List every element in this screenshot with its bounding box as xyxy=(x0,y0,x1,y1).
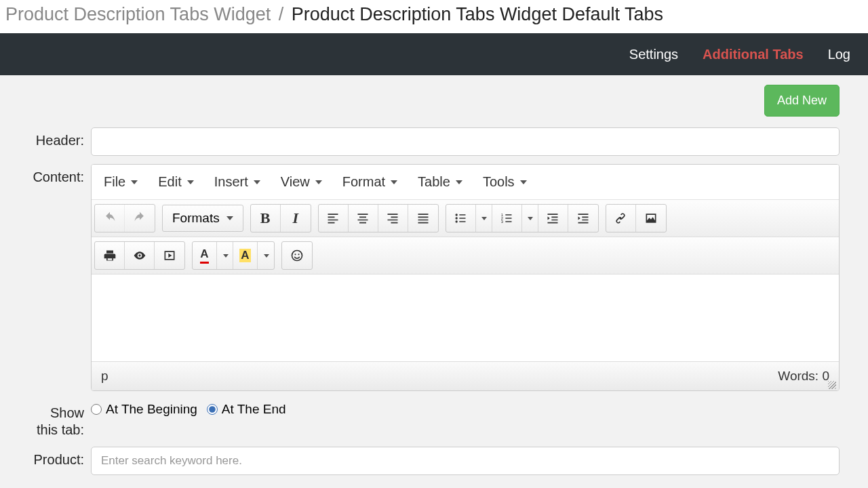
undo-button[interactable] xyxy=(95,205,125,232)
chevron-down-icon xyxy=(456,180,462,184)
radio-end-label: At The End xyxy=(222,402,286,417)
menu-edit-label: Edit xyxy=(158,174,181,190)
align-right-button[interactable] xyxy=(378,205,408,232)
chevron-down-icon xyxy=(254,180,260,184)
indent-icon xyxy=(576,211,590,225)
nav-settings[interactable]: Settings xyxy=(629,47,678,62)
formats-dropdown[interactable]: Formats xyxy=(162,205,243,232)
show-tab-label: Show this tab: xyxy=(4,399,91,439)
menu-edit[interactable]: Edit xyxy=(151,171,200,192)
svg-point-8 xyxy=(298,253,299,255)
outdent-button[interactable] xyxy=(538,205,568,232)
numbered-list-dropdown[interactable] xyxy=(522,205,538,232)
text-color-dropdown[interactable] xyxy=(217,242,233,269)
menu-table[interactable]: Table xyxy=(411,171,469,192)
formats-label: Formats xyxy=(172,211,220,226)
bold-button[interactable]: B xyxy=(251,205,281,232)
image-button[interactable] xyxy=(636,205,666,232)
chevron-down-icon xyxy=(481,217,487,220)
chevron-down-icon xyxy=(223,254,229,258)
menu-tools-label: Tools xyxy=(483,174,515,190)
rich-text-editor: File Edit Insert View Format Table Tools… xyxy=(91,164,840,391)
editor-statusbar: p Words: 0 xyxy=(92,361,839,390)
align-center-button[interactable] xyxy=(349,205,378,232)
eye-icon xyxy=(133,249,146,262)
undo-icon xyxy=(103,211,117,225)
align-right-icon xyxy=(386,211,399,225)
editor-path[interactable]: p xyxy=(101,369,108,384)
outdent-icon xyxy=(546,211,559,225)
editor-toolbar-1: Formats B I 123 xyxy=(92,200,839,237)
breadcrumb-current: Product Description Tabs Widget Default … xyxy=(292,4,663,24)
svg-text:3: 3 xyxy=(501,220,503,224)
menu-format-label: Format xyxy=(342,174,385,190)
chevron-down-icon xyxy=(226,216,233,220)
redo-icon xyxy=(133,211,146,225)
chevron-down-icon xyxy=(187,180,194,184)
indent-button[interactable] xyxy=(568,205,598,232)
menu-insert[interactable]: Insert xyxy=(208,171,267,192)
top-nav: Settings Additional Tabs Log xyxy=(0,33,868,75)
nav-additional-tabs[interactable]: Additional Tabs xyxy=(703,47,804,62)
emoji-button[interactable] xyxy=(282,242,312,269)
editor-word-count: Words: 0 xyxy=(778,369,829,384)
align-justify-icon xyxy=(416,211,430,225)
radio-end-input[interactable] xyxy=(207,404,218,415)
svg-point-1 xyxy=(456,217,458,219)
bg-color-dropdown[interactable] xyxy=(258,242,274,269)
svg-point-7 xyxy=(294,253,296,255)
chevron-down-icon xyxy=(528,217,533,220)
menu-file-label: File xyxy=(104,174,125,190)
bold-icon: B xyxy=(260,209,271,227)
content-label: Content: xyxy=(4,164,91,185)
resize-handle[interactable] xyxy=(828,381,836,389)
italic-button[interactable]: I xyxy=(281,205,311,232)
radio-begin-input[interactable] xyxy=(91,404,102,415)
media-icon xyxy=(163,249,176,262)
radio-begin-label: At The Begining xyxy=(106,402,197,417)
menu-view[interactable]: View xyxy=(274,171,329,192)
emoji-icon xyxy=(290,249,304,262)
numbered-list-icon: 123 xyxy=(500,211,513,225)
radio-end[interactable]: At The End xyxy=(207,402,286,417)
bullet-list-button[interactable] xyxy=(446,205,476,232)
chevron-down-icon xyxy=(520,180,527,184)
print-button[interactable] xyxy=(95,242,125,269)
text-color-button[interactable]: A xyxy=(193,242,217,269)
align-left-button[interactable] xyxy=(319,205,349,232)
svg-point-6 xyxy=(292,251,302,261)
editor-body[interactable] xyxy=(92,274,839,361)
menu-tools[interactable]: Tools xyxy=(476,171,534,192)
radio-begin[interactable]: At The Begining xyxy=(91,402,197,417)
chevron-down-icon xyxy=(391,180,397,184)
bullet-list-icon xyxy=(454,211,467,225)
redo-button[interactable] xyxy=(125,205,155,232)
menu-file[interactable]: File xyxy=(97,171,144,192)
breadcrumb-separator: / xyxy=(279,4,284,24)
bullet-list-dropdown[interactable] xyxy=(476,205,492,232)
chevron-down-icon xyxy=(315,180,322,184)
nav-log[interactable]: Log xyxy=(828,47,850,62)
align-left-icon xyxy=(326,211,340,225)
breadcrumb: Product Description Tabs Widget / Produc… xyxy=(0,0,868,33)
add-new-button[interactable]: Add New xyxy=(764,85,840,117)
link-button[interactable] xyxy=(606,205,636,232)
menu-format[interactable]: Format xyxy=(336,171,404,192)
italic-icon: I xyxy=(292,209,298,227)
editor-menubar: File Edit Insert View Format Table Tools xyxy=(92,165,839,200)
preview-button[interactable] xyxy=(125,242,155,269)
link-icon xyxy=(614,211,627,225)
product-search-input[interactable] xyxy=(91,447,840,475)
header-input[interactable] xyxy=(91,127,840,156)
text-color-icon: A xyxy=(200,247,208,264)
breadcrumb-parent[interactable]: Product Description Tabs Widget xyxy=(5,4,271,24)
media-button[interactable] xyxy=(155,242,184,269)
menu-table-label: Table xyxy=(418,174,450,190)
bg-color-button[interactable]: A xyxy=(233,242,258,269)
menu-insert-label: Insert xyxy=(214,174,248,190)
numbered-list-button[interactable]: 123 xyxy=(492,205,522,232)
show-tab-label-line2: this tab: xyxy=(37,422,84,437)
align-center-icon xyxy=(356,211,370,225)
product-label: Product: xyxy=(4,447,91,468)
align-justify-button[interactable] xyxy=(408,205,438,232)
